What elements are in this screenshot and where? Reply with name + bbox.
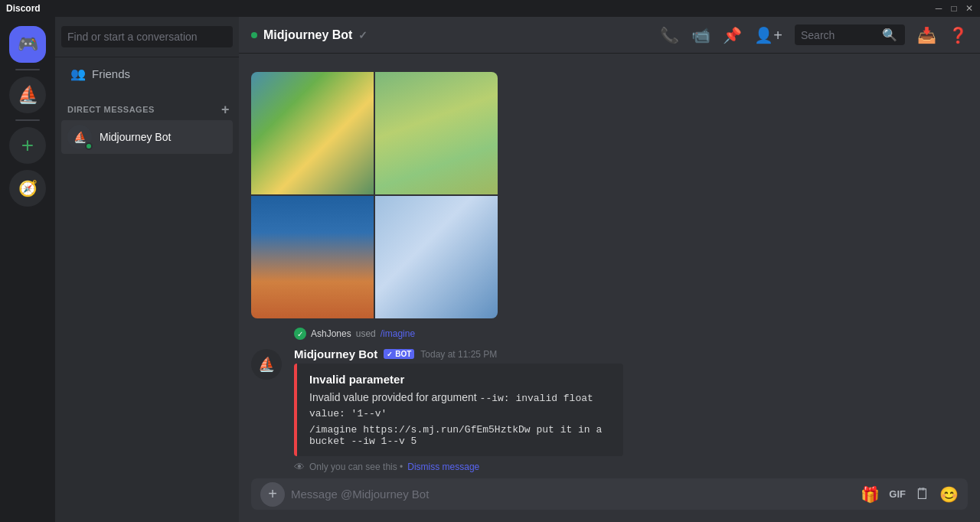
message-image-grid bbox=[239, 66, 980, 321]
friends-label: Friends bbox=[92, 67, 130, 80]
server-icon-ocean[interactable]: ⛵ bbox=[9, 77, 46, 113]
server-icon-home[interactable]: 🎮 bbox=[9, 26, 46, 63]
image-cell-2[interactable] bbox=[375, 72, 498, 194]
used-text: used bbox=[356, 328, 376, 339]
titlebar: Discord ─ □ ✕ bbox=[0, 0, 980, 17]
app-title: Discord bbox=[6, 3, 41, 14]
window-controls: ─ □ ✕ bbox=[934, 4, 974, 13]
bot-avatar: ⛵ bbox=[251, 349, 282, 380]
help-icon[interactable]: ❓ bbox=[949, 26, 968, 44]
minimize-button[interactable]: ─ bbox=[934, 4, 943, 13]
ephemeral-text: Only you can see this • bbox=[309, 462, 403, 472]
discord-logo-icon: 🎮 bbox=[18, 34, 38, 54]
image-cell-3[interactable] bbox=[251, 196, 374, 318]
avatar-icon: ⛵ bbox=[74, 131, 87, 143]
emoji-icon[interactable]: 😊 bbox=[939, 485, 959, 504]
gift-icon[interactable]: 🎁 bbox=[861, 485, 880, 504]
error-message-block: ⛵ Midjourney Bot ✓ BOT Today at 11:25 PM… bbox=[239, 344, 980, 476]
attach-file-button[interactable]: + bbox=[260, 482, 285, 507]
server-divider-2 bbox=[15, 119, 40, 121]
dm-item-midjourney-bot[interactable]: ⛵ Midjourney Bot bbox=[61, 120, 233, 154]
message-body: Midjourney Bot ✓ BOT Today at 11:25 PM I… bbox=[294, 347, 968, 473]
sticker-icon[interactable]: 🗒 bbox=[915, 485, 930, 503]
search-bar: 🔍 bbox=[795, 24, 905, 45]
channel-header: Midjourney Bot ✓ 📞 📹 📌 👤+ 🔍 📥 ❓ bbox=[239, 17, 980, 54]
image-grid[interactable] bbox=[251, 72, 498, 318]
message-input-box: + 🎁 GIF 🗒 😊 bbox=[251, 478, 968, 510]
close-button[interactable]: ✕ bbox=[965, 4, 974, 13]
add-dm-button[interactable]: + bbox=[221, 103, 230, 116]
add-server-button[interactable]: + bbox=[9, 127, 46, 164]
main-content: Midjourney Bot ✓ 📞 📹 📌 👤+ 🔍 📥 ❓ bbox=[239, 17, 980, 522]
phone-call-icon[interactable]: 📞 bbox=[660, 26, 679, 44]
image-cell-4[interactable] bbox=[375, 196, 498, 318]
explore-servers-button[interactable]: 🧭 bbox=[9, 170, 46, 207]
command-name[interactable]: /imagine bbox=[381, 328, 415, 339]
bot-badge: ✓ BOT bbox=[384, 349, 414, 359]
status-online-dot bbox=[85, 142, 93, 150]
message-author: Midjourney Bot bbox=[294, 347, 377, 361]
channel-status-dot bbox=[251, 32, 257, 38]
gif-icon[interactable]: GIF bbox=[889, 488, 906, 500]
app-layout: 🎮 ⛵ + 🧭 👥 Friends DIRECT MESSAGES + ⛵ bbox=[0, 17, 980, 522]
dm-item-name: Midjourney Bot bbox=[100, 131, 227, 143]
maximize-button[interactable]: □ bbox=[949, 4, 959, 13]
server-divider bbox=[15, 69, 40, 70]
error-description: Invalid value provided for argument --iw… bbox=[309, 390, 611, 421]
friends-nav-item[interactable]: 👥 Friends bbox=[61, 60, 233, 87]
bot-avatar-icon: ⛵ bbox=[258, 356, 275, 373]
avatar: ⛵ bbox=[67, 125, 92, 149]
dm-search-container bbox=[55, 17, 239, 57]
add-member-icon[interactable]: 👤+ bbox=[754, 26, 782, 44]
channel-name-text: Midjourney Bot bbox=[263, 28, 352, 42]
dm-sidebar: 👥 Friends DIRECT MESSAGES + ⛵ Midjourney… bbox=[55, 17, 239, 522]
channel-verified-dot: ✓ bbox=[358, 29, 368, 41]
error-command-line: /imagine https://s.mj.run/GfEm5HztkDw pu… bbox=[309, 424, 611, 447]
message-timestamp: Today at 11:25 PM bbox=[420, 349, 497, 360]
ocean-server-icon: ⛵ bbox=[18, 85, 38, 105]
input-right-icons: 🎁 GIF 🗒 😊 bbox=[861, 485, 959, 504]
direct-messages-label: DIRECT MESSAGES bbox=[67, 105, 155, 114]
messages-area: ✓ AshJones used /imagine ⛵ Midjourney Bo… bbox=[239, 54, 980, 478]
eye-icon: 👁 bbox=[294, 461, 305, 473]
error-embed: Invalid parameter Invalid value provided… bbox=[294, 364, 623, 456]
dismiss-message-link[interactable]: Dismiss message bbox=[407, 462, 479, 472]
channel-name: Midjourney Bot ✓ bbox=[251, 28, 651, 42]
inbox-icon[interactable]: 📥 bbox=[917, 26, 936, 44]
bot-badge-label: BOT bbox=[395, 350, 411, 358]
ephemeral-notice: 👁 Only you can see this • Dismiss messag… bbox=[294, 461, 968, 473]
pinned-icon[interactable]: 📌 bbox=[723, 26, 742, 44]
message-input-area: + 🎁 GIF 🗒 😊 bbox=[239, 478, 980, 522]
verified-checkmark-icon: ✓ bbox=[387, 351, 393, 358]
channel-search-input[interactable] bbox=[801, 29, 877, 41]
app-icon: ✓ bbox=[294, 328, 306, 340]
search-icon: 🔍 bbox=[882, 28, 897, 42]
message-header: Midjourney Bot ✓ BOT Today at 11:25 PM bbox=[294, 347, 968, 361]
direct-messages-section-header: DIRECT MESSAGES + bbox=[55, 90, 239, 119]
image-cell-1[interactable] bbox=[251, 72, 374, 194]
server-sidebar: 🎮 ⛵ + 🧭 bbox=[0, 17, 55, 522]
message-text-input[interactable] bbox=[291, 478, 854, 510]
explore-icon: 🧭 bbox=[18, 179, 38, 197]
header-icons: 📞 📹 📌 👤+ 🔍 📥 ❓ bbox=[660, 24, 968, 45]
used-command-banner: ✓ AshJones used /imagine bbox=[239, 325, 980, 343]
command-username: AshJones bbox=[311, 328, 351, 339]
error-title: Invalid parameter bbox=[309, 373, 611, 386]
friends-icon: 👥 bbox=[70, 67, 86, 81]
add-server-icon: + bbox=[21, 133, 34, 158]
search-input[interactable] bbox=[61, 26, 233, 47]
video-call-icon[interactable]: 📹 bbox=[691, 26, 710, 44]
